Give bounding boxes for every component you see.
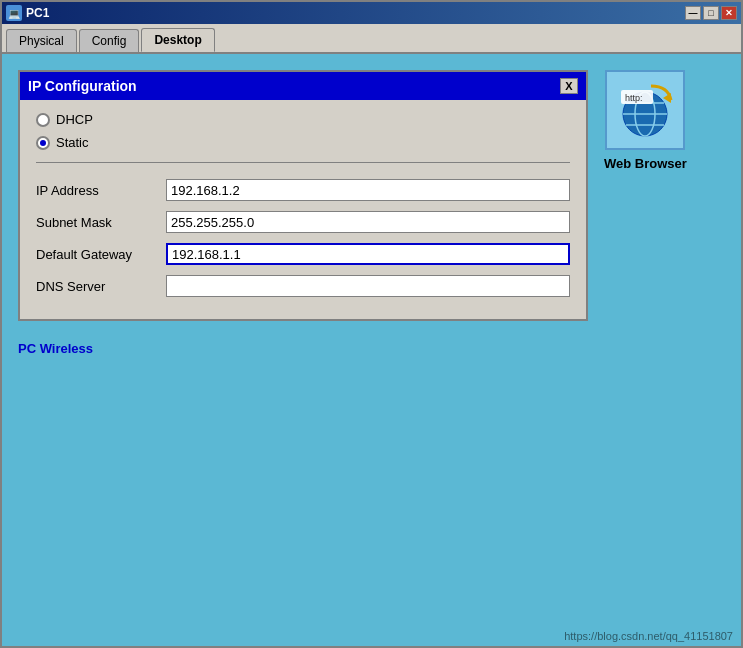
window-icon: 💻 <box>6 5 22 21</box>
subnet-mask-input[interactable] <box>166 211 570 233</box>
ip-config-title: IP Configuration <box>28 78 137 94</box>
pc-wireless-section[interactable]: PC Wireless <box>18 341 725 356</box>
static-radio-circle[interactable] <box>36 136 50 150</box>
ip-config-body: DHCP Static IP Address <box>20 100 586 319</box>
static-radio-item[interactable]: Static <box>36 135 570 150</box>
ip-config-dialog: IP Configuration X DHCP Static <box>18 70 588 321</box>
ip-address-input[interactable] <box>166 179 570 201</box>
default-gateway-row: Default Gateway <box>36 243 570 265</box>
divider <box>36 162 570 163</box>
ip-config-close-button[interactable]: X <box>560 78 578 94</box>
dhcp-label: DHCP <box>56 112 93 127</box>
dns-server-label: DNS Server <box>36 279 166 294</box>
close-button[interactable]: ✕ <box>721 6 737 20</box>
watermark: https://blog.csdn.net/qq_41151807 <box>564 630 733 642</box>
browser-icon-svg: http: <box>613 78 677 142</box>
title-bar: 💻 PC1 — □ ✕ <box>2 2 741 24</box>
default-gateway-input[interactable] <box>166 243 570 265</box>
static-label: Static <box>56 135 89 150</box>
minimize-button[interactable]: — <box>685 6 701 20</box>
radio-group: DHCP Static <box>36 112 570 150</box>
subnet-mask-row: Subnet Mask <box>36 211 570 233</box>
tab-physical[interactable]: Physical <box>6 29 77 52</box>
dhcp-radio-circle[interactable] <box>36 113 50 127</box>
subnet-mask-label: Subnet Mask <box>36 215 166 230</box>
web-browser-icon[interactable]: http: <box>605 70 685 150</box>
dns-server-input[interactable] <box>166 275 570 297</box>
ip-address-label: IP Address <box>36 183 166 198</box>
pc-wireless-label: PC Wireless <box>18 341 93 356</box>
ip-address-row: IP Address <box>36 179 570 201</box>
tab-bar: Physical Config Desktop <box>2 24 741 54</box>
main-window: 💻 PC1 — □ ✕ Physical Config Desktop IP C… <box>0 0 743 648</box>
dns-server-row: DNS Server <box>36 275 570 297</box>
title-bar-left: 💻 PC1 <box>6 5 49 21</box>
dhcp-radio-item[interactable]: DHCP <box>36 112 570 127</box>
maximize-button[interactable]: □ <box>703 6 719 20</box>
ip-config-title-bar: IP Configuration X <box>20 72 586 100</box>
web-browser-label: Web Browser <box>604 156 687 171</box>
web-browser-section[interactable]: http: Web Browser <box>604 70 687 171</box>
tab-config[interactable]: Config <box>79 29 140 52</box>
tab-desktop[interactable]: Desktop <box>141 28 214 52</box>
content-area: IP Configuration X DHCP Static <box>2 54 741 646</box>
title-bar-buttons: — □ ✕ <box>685 6 737 20</box>
top-section: IP Configuration X DHCP Static <box>18 70 725 321</box>
svg-marker-5 <box>663 93 671 103</box>
window-title: PC1 <box>26 6 49 20</box>
svg-text:http:: http: <box>625 93 643 103</box>
default-gateway-label: Default Gateway <box>36 247 166 262</box>
